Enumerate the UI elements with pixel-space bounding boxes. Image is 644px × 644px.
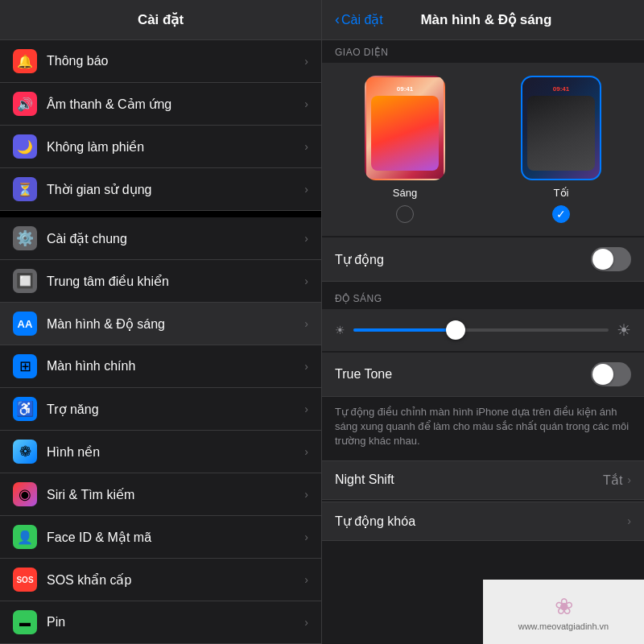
sidebar-item-man-hinh[interactable]: AA Màn hình & Độ sáng › [0, 303, 321, 345]
chevron-icon: › [304, 573, 308, 586]
sidebar-item-am-thanh[interactable]: 🔊 Âm thanh & Cảm ứng › [0, 83, 321, 126]
left-panel: Cài đặt 🔔 Thông báo › 🔊 Âm thanh & Cảm ứ… [0, 0, 322, 644]
sidebar-item-face-id[interactable]: 👤 Face ID & Mật mã › [0, 516, 321, 559]
brightness-high-icon: ☀ [617, 320, 631, 340]
section-divider [0, 211, 321, 217]
tu-dong-thumb [592, 249, 613, 270]
tu-dong-khoa-chevron-icon: › [627, 514, 631, 527]
giao-dien-section-label: GIAO DIỆN [322, 40, 644, 63]
theme-option-sang[interactable]: 09:41 Sáng [365, 76, 445, 223]
sidebar-item-cai-dat-chung[interactable]: ⚙️ Cài đặt chung › [0, 217, 321, 260]
brightness-section: ☀ ☀ [322, 309, 644, 351]
chevron-icon: › [304, 530, 308, 543]
theme-sang-radio[interactable] [396, 205, 414, 223]
chevron-icon: › [304, 55, 308, 68]
back-button[interactable]: ‹ Cài đặt [335, 11, 383, 28]
sidebar-item-trung-tam[interactable]: 🔲 Trung tâm điều khiển › [0, 260, 321, 303]
tu-dong-khoa-right: › [627, 514, 631, 527]
khong-lam-phien-icon: 🌙 [13, 134, 37, 159]
chevron-icon: › [304, 140, 308, 153]
sidebar-item-sos[interactable]: SOS SOS khẩn cấp › [0, 559, 321, 601]
sidebar-item-thoi-gian[interactable]: ⏳ Thời gian sử dụng › [0, 168, 321, 211]
chevron-icon: › [304, 183, 308, 196]
theme-toi-radio[interactable]: ✓ [552, 205, 570, 223]
back-label: Cài đặt [341, 12, 383, 27]
theme-option-toi[interactable]: 09:41 Tối ✓ [521, 76, 601, 223]
man-hinh-icon: AA [13, 312, 37, 336]
bottom-section: ⚙️ Cài đặt chung › 🔲 Trung tâm điều khiể… [0, 217, 321, 644]
tu-dong-khoa-label: Tự động khóa [335, 514, 415, 529]
theme-preview-toi: 09:41 [521, 76, 601, 180]
true-tone-toggle[interactable] [591, 362, 631, 386]
chevron-icon: › [304, 232, 308, 245]
pin-icon: ▬ [13, 610, 37, 634]
right-panel: ‹ Cài đặt Màn hình & Độ sáng GIAO DIỆN 0… [322, 0, 644, 644]
do-sang-section-label: ĐỘ SÁNG [322, 287, 644, 309]
right-title: Màn hình & Độ sáng [390, 11, 583, 28]
am-thanh-label: Âm thanh & Cảm ứng [47, 97, 304, 112]
night-shift-label: Night Shift [335, 473, 394, 487]
pin-label: Pin [47, 615, 304, 630]
right-header: ‹ Cài đặt Màn hình & Độ sáng [322, 0, 644, 40]
sidebar-item-hinh-nen[interactable]: ❁ Hình nền › [0, 431, 321, 473]
sidebar-item-pin[interactable]: ▬ Pin › [0, 601, 321, 644]
true-tone-label: True Tone [335, 367, 392, 382]
theme-toi-label: Tối [554, 187, 569, 199]
trung-tam-icon: 🔲 [13, 269, 37, 293]
sos-label: SOS khẩn cấp [47, 572, 304, 588]
sidebar-item-tro-nang[interactable]: ♿ Trợ năng › [0, 388, 321, 431]
preview-screen-light: 09:41 [366, 77, 444, 179]
brightness-slider[interactable] [353, 328, 609, 332]
sos-icon: SOS [13, 568, 37, 592]
sidebar-item-man-hinh-chinh[interactable]: ⊞ Màn hình chính › [0, 345, 321, 388]
right-content: GIAO DIỆN 09:41 Sáng [322, 40, 644, 644]
preview-time-sang: 09:41 [371, 85, 439, 93]
left-header: Cài đặt [0, 0, 321, 40]
night-shift-row[interactable]: Night Shift Tắt › [322, 460, 644, 500]
watermark-url: www.meovatgiadinh.vn [518, 621, 609, 631]
cai-dat-chung-icon: ⚙️ [13, 226, 37, 250]
watermark-flower-icon: ❀ [555, 593, 573, 620]
true-tone-info: Tự động điều chỉnh màn hình iPhone dựa t… [322, 397, 644, 460]
watermark: ❀ www.meovatgiadinh.vn [483, 580, 644, 644]
thong-bao-label: Thông báo [47, 54, 304, 68]
true-tone-toggle-row: True Tone [322, 353, 644, 397]
thoi-gian-icon: ⏳ [13, 177, 37, 201]
chevron-icon: › [304, 488, 308, 501]
tu-dong-toggle[interactable] [591, 247, 631, 271]
theme-sang-label: Sáng [393, 187, 417, 199]
chevron-icon: › [304, 97, 308, 110]
settings-list: 🔔 Thông báo › 🔊 Âm thanh & Cảm ứng › 🌙 K… [0, 40, 321, 644]
hinh-nen-label: Hình nền [47, 444, 304, 460]
tu-dong-label: Tự động [335, 252, 384, 267]
night-shift-chevron-icon: › [627, 473, 631, 486]
face-id-icon: 👤 [13, 525, 37, 549]
siri-label: Siri & Tìm kiếm [47, 487, 304, 502]
chevron-icon: › [304, 317, 308, 330]
sidebar-item-khong-lam-phien[interactable]: 🌙 Không làm phiền › [0, 126, 321, 168]
chevron-icon: › [304, 445, 308, 458]
thoi-gian-label: Thời gian sử dụng [47, 182, 304, 197]
tu-dong-khoa-row[interactable]: Tự động khóa › [322, 502, 644, 541]
man-hinh-chinh-icon: ⊞ [13, 354, 37, 378]
brightness-row: ☀ ☀ [322, 309, 644, 351]
am-thanh-icon: 🔊 [13, 92, 37, 116]
chevron-icon: › [304, 360, 308, 373]
theme-options: 09:41 Sáng 09:41 Tối [335, 76, 631, 223]
chevron-icon: › [304, 402, 308, 415]
trung-tam-label: Trung tâm điều khiển [47, 274, 304, 289]
night-shift-value: Tắt [603, 473, 622, 488]
theme-preview-sang: 09:41 [365, 76, 445, 180]
khong-lam-phien-label: Không làm phiền [47, 139, 304, 155]
sidebar-item-thong-bao[interactable]: 🔔 Thông báo › [0, 40, 321, 83]
preview-time-toi: 09:41 [527, 85, 595, 93]
chevron-icon: › [304, 616, 308, 629]
chevron-icon: › [304, 275, 308, 287]
sidebar-item-siri[interactable]: ◉ Siri & Tìm kiếm › [0, 473, 321, 516]
tro-nang-icon: ♿ [13, 397, 37, 421]
man-hinh-label: Màn hình & Độ sáng [47, 316, 304, 332]
night-shift-right: Tắt › [603, 473, 631, 488]
left-title: Cài đặt [138, 12, 184, 27]
true-tone-thumb [592, 364, 613, 385]
preview-screen-dark: 09:41 [522, 77, 600, 179]
